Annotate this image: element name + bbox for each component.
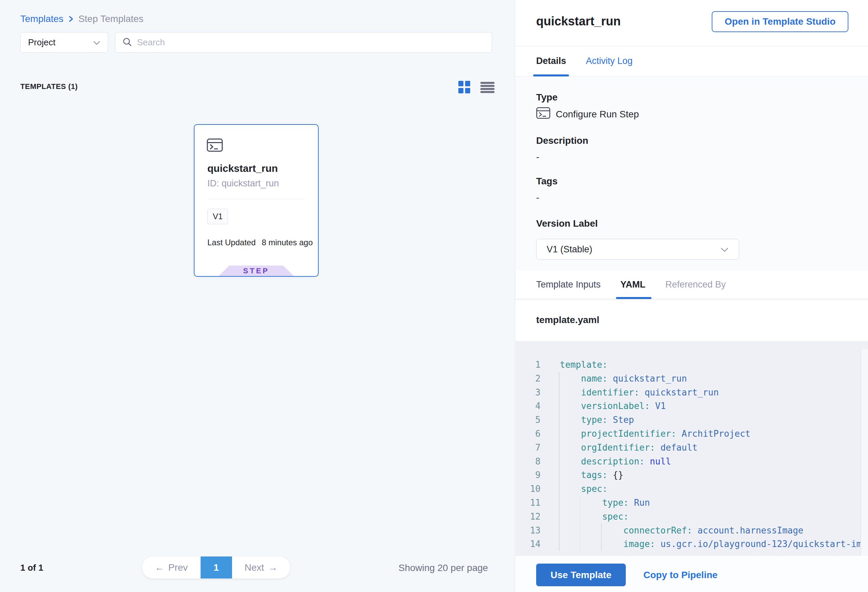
card-last-updated: Last Updated 8 minutes ago: [207, 238, 313, 247]
card-title: quickstart_run: [207, 163, 278, 174]
chevron-down-icon: [93, 37, 100, 48]
breadcrumb-current: Step Templates: [78, 13, 144, 24]
type-value-row: Configure Run Step: [536, 107, 639, 121]
indent-guide: [559, 482, 559, 496]
yaml-line: 8description: null: [515, 455, 868, 468]
indent-guide: [559, 524, 559, 537]
version-label: Version Label: [536, 218, 598, 229]
description-label: Description: [536, 135, 588, 146]
last-updated-label: Last Updated: [207, 238, 256, 247]
indent-guide: [580, 510, 581, 524]
chevron-right-icon: [68, 15, 74, 23]
indent-guide: [559, 468, 559, 482]
yaml-line-text: versionLabel: V1: [581, 399, 666, 413]
indent-guide: [559, 399, 559, 413]
yaml-line: 5type: Step: [515, 413, 868, 427]
template-details-panel: quickstart_run Open in Template Studio D…: [515, 0, 868, 592]
yaml-file-header: template.yaml: [515, 299, 868, 341]
breadcrumb: Templates Step Templates: [20, 13, 143, 24]
indent-guide: [559, 496, 559, 510]
line-number: 14: [515, 537, 540, 551]
terminal-icon: [536, 107, 551, 121]
scope-select[interactable]: Project: [20, 32, 108, 53]
template-card[interactable]: quickstart_run ID: quickstart_run V1 Las…: [194, 124, 319, 277]
yaml-line-text: projectIdentifier: ArchitProject: [581, 427, 751, 441]
indent-guide: [559, 427, 559, 441]
yaml-line: 14image: us.gcr.io/playground-123/quicks…: [515, 537, 868, 551]
details-footer: Use Template Copy to Pipeline: [515, 556, 868, 592]
indent-guide: [559, 537, 559, 551]
tab-template-inputs[interactable]: Template Inputs: [536, 279, 601, 290]
yaml-code-lines: 1template:2name: quickstart_run3identifi…: [515, 358, 868, 551]
terminal-icon: [207, 138, 223, 153]
line-number: 6: [515, 427, 540, 441]
yaml-line-text: tags: {}: [581, 468, 623, 482]
indent-guide: [580, 524, 581, 537]
template-list-panel: Templates Step Templates Project TEMPLAT…: [0, 0, 515, 592]
indent-guide: [559, 413, 559, 427]
yaml-line-text: spec:: [581, 482, 608, 496]
last-updated-value: 8 minutes ago: [262, 238, 313, 247]
use-template-button[interactable]: Use Template: [536, 564, 626, 586]
line-number: 1: [515, 358, 540, 372]
card-id: ID: quickstart_run: [207, 178, 279, 189]
version-select[interactable]: V1 (Stable): [536, 239, 739, 260]
open-in-template-studio-button[interactable]: Open in Template Studio: [712, 11, 848, 32]
tags-value: -: [536, 192, 539, 203]
active-tab-underline: [616, 297, 651, 299]
grid-view-icon[interactable]: [458, 81, 471, 94]
per-page-label: Showing 20 per page: [399, 562, 488, 573]
yaml-line-text: image: us.gcr.io/playground-123/quicksta…: [623, 537, 868, 551]
breadcrumb-templates-link[interactable]: Templates: [20, 13, 63, 24]
yaml-line-text: name: quickstart_run: [581, 372, 687, 386]
yaml-line: 13connectorRef: account.harnessImage: [515, 524, 868, 537]
line-number: 10: [515, 482, 540, 496]
code-scrollbar[interactable]: [861, 349, 868, 556]
details-header: quickstart_run Open in Template Studio: [515, 0, 868, 46]
yaml-file-name: template.yaml: [536, 314, 599, 325]
chevron-down-icon: [720, 244, 729, 255]
copy-to-pipeline-link[interactable]: Copy to Pipeline: [644, 564, 717, 586]
pagination: ← Prev 1 Next →: [142, 557, 290, 579]
yaml-line: 7orgIdentifier: default: [515, 441, 868, 455]
page-1-button[interactable]: 1: [201, 557, 232, 579]
yaml-line-text: type: Step: [581, 413, 634, 427]
indent-guide: [580, 496, 581, 510]
indent-guide: [559, 455, 559, 468]
search-icon: [122, 37, 132, 49]
templates-page: Templates Step Templates Project TEMPLAT…: [0, 0, 868, 592]
list-view-icon[interactable]: [480, 82, 495, 93]
tab-referenced-by[interactable]: Referenced By: [665, 279, 726, 290]
line-number: 11: [515, 496, 540, 510]
yaml-line-text: orgIdentifier: default: [581, 441, 698, 455]
yaml-line-text: type: Run: [602, 496, 650, 510]
arrow-left-icon: ←: [155, 562, 164, 573]
search-input[interactable]: [137, 37, 485, 48]
yaml-code-editor[interactable]: 1template:2name: quickstart_run3identifi…: [515, 341, 868, 556]
line-number: 4: [515, 399, 540, 413]
next-page-button[interactable]: Next →: [232, 557, 291, 579]
type-value: Configure Run Step: [556, 109, 639, 120]
yaml-line: 11type: Run: [515, 496, 868, 510]
yaml-line: 2name: quickstart_run: [515, 372, 868, 386]
version-select-value: V1 (Stable): [547, 244, 592, 255]
tab-activity-log[interactable]: Activity Log: [586, 56, 633, 66]
line-number: 3: [515, 386, 540, 400]
line-number: 5: [515, 413, 540, 427]
line-number: 9: [515, 468, 540, 482]
indent-guide: [601, 537, 602, 551]
tab-yaml[interactable]: YAML: [620, 279, 645, 290]
tab-details[interactable]: Details: [536, 56, 566, 66]
yaml-line-text: description: null: [581, 455, 671, 468]
prev-page-button[interactable]: ← Prev: [142, 557, 201, 579]
tags-label: Tags: [536, 176, 558, 187]
yaml-line-text: spec:: [602, 510, 629, 524]
yaml-line: 3identifier: quickstart_run: [515, 386, 868, 400]
yaml-line: 1template:: [515, 358, 868, 372]
indent-guide: [559, 372, 559, 386]
details-body: Type Configure Run Step Description - Ta…: [515, 77, 868, 271]
indent-guide: [559, 441, 559, 455]
details-title: quickstart_run: [536, 14, 621, 28]
yaml-line: 9tags: {}: [515, 468, 868, 482]
yaml-line: 10spec:: [515, 482, 868, 496]
